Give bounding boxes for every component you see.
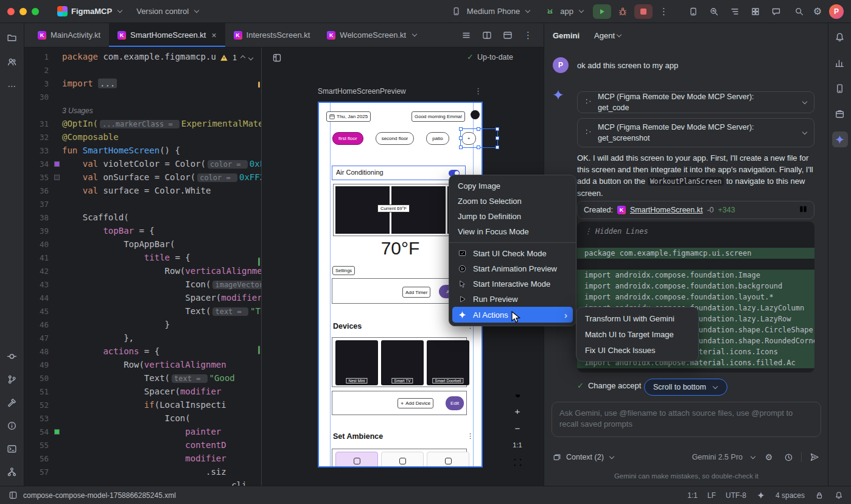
code-line[interactable]: 48 actions = { xyxy=(24,345,261,358)
submenu-item[interactable]: Transform UI with Gemini xyxy=(576,310,698,326)
profiler-icon[interactable] xyxy=(832,55,848,71)
resource-box-icon[interactable] xyxy=(832,106,848,122)
menu-item[interactable]: Jump to Definition xyxy=(449,209,576,224)
menu-item[interactable]: View in Focus Mode xyxy=(449,224,576,239)
floor-chip[interactable]: second floor xyxy=(376,132,415,145)
statusbar-file[interactable]: compose-compose-model-1758866285245.xml xyxy=(23,491,176,500)
code-editor[interactable]: 1package com.example.figmamcp.u23import … xyxy=(24,47,262,486)
component-selection-box[interactable] xyxy=(460,128,498,148)
code-line[interactable]: 32@Composable xyxy=(24,130,261,144)
more-vertical-icon[interactable]: ⋮ xyxy=(474,86,483,96)
editor-tab[interactable]: KMainActivity.kt xyxy=(29,23,109,47)
terminal-icon[interactable] xyxy=(4,441,20,457)
zoom-window-button[interactable] xyxy=(32,8,39,15)
layout-icon[interactable] xyxy=(501,29,514,42)
bell-icon[interactable] xyxy=(832,29,848,45)
menu-item[interactable]: Start Animation Preview xyxy=(449,261,576,276)
ambience-card[interactable] xyxy=(427,452,469,467)
run-button[interactable] xyxy=(593,4,611,19)
close-tab-icon[interactable]: × xyxy=(211,30,216,40)
code-line[interactable]: 57 .siz xyxy=(24,465,261,478)
code-line[interactable]: 54 painter xyxy=(24,425,261,438)
menu-item[interactable]: Copy Image xyxy=(449,178,576,194)
add-timer-button[interactable]: Add Timer xyxy=(402,287,430,298)
plugins-icon[interactable] xyxy=(749,5,762,18)
tab-gemini[interactable]: Gemini xyxy=(553,31,580,40)
zoom-ratio-button[interactable]: 1:1 xyxy=(510,438,525,452)
add-device-button[interactable]: + Add Device xyxy=(397,398,433,408)
run-config-selector[interactable]: app xyxy=(539,3,588,20)
selection-handle[interactable] xyxy=(496,136,499,140)
project-widget[interactable]: FigmaMCP xyxy=(54,4,127,18)
code-line[interactable]: 42 Row(verticalAlignmen xyxy=(24,264,261,278)
zoom-out-icon[interactable]: − xyxy=(510,421,525,435)
selection-handle[interactable] xyxy=(459,145,463,149)
selection-handle[interactable] xyxy=(459,136,463,140)
code-line[interactable]: 3 Usages xyxy=(24,103,261,117)
toolwindows-icon[interactable] xyxy=(7,489,18,502)
selection-handle[interactable] xyxy=(496,145,499,149)
more-vertical-icon[interactable]: ⋮ xyxy=(522,29,535,42)
code-line[interactable]: 53 Icon( xyxy=(24,411,261,425)
code-line[interactable]: 56 modifier xyxy=(24,452,261,465)
diff-icon[interactable] xyxy=(799,205,808,215)
problems-icon[interactable] xyxy=(4,418,20,433)
settings-chip[interactable]: Settings xyxy=(332,266,355,275)
more-vertical-icon[interactable]: ⋮ xyxy=(467,433,474,439)
model-selector[interactable]: Gemini 2.5 Pro xyxy=(692,453,743,461)
code-line[interactable]: 55 contentD xyxy=(24,438,261,452)
settings-gear-icon[interactable]: ⚙ xyxy=(811,5,824,18)
code-line[interactable]: 41 title = { xyxy=(24,251,261,264)
code-line[interactable]: 40 TopAppBar( xyxy=(24,237,261,251)
tool-call-card[interactable]: MCP (Figma Remote Dev Mode MCP Server): … xyxy=(577,91,814,113)
submenu-item[interactable]: Fix UI Check Issues xyxy=(576,342,698,358)
color-preview-chip[interactable] xyxy=(54,429,60,435)
code-line[interactable]: 44 Spacer(modifier xyxy=(24,291,261,304)
settings-gear-icon[interactable]: ⚙ xyxy=(762,450,776,464)
zoom-in-icon[interactable]: + xyxy=(510,404,525,418)
code-line[interactable]: 49 Row(verticalAlignmen xyxy=(24,358,261,371)
code-line[interactable]: 31@OptIn(...markerClass = ExperimentalMa… xyxy=(24,117,261,130)
project-folder-icon[interactable] xyxy=(4,29,20,45)
fit-screen-icon[interactable] xyxy=(510,455,525,469)
selection-handle[interactable] xyxy=(459,127,463,131)
chevron-down-icon[interactable] xyxy=(802,129,807,134)
clock-icon[interactable] xyxy=(782,450,795,464)
ambience-card[interactable] xyxy=(381,452,424,467)
edit-button[interactable]: Edit xyxy=(446,396,464,410)
code-line[interactable]: 33fun SmartHomeScreen() { xyxy=(24,144,261,157)
code-line[interactable]: 36 val surface = Color.White xyxy=(24,184,261,197)
file-encoding[interactable]: UTF-8 xyxy=(726,491,746,500)
more-actions-button[interactable]: ⋮ xyxy=(657,5,671,18)
next-issue-icon[interactable] xyxy=(248,55,253,60)
bell-icon[interactable] xyxy=(834,489,844,502)
context-chip[interactable]: Context (2) xyxy=(566,453,604,461)
profile-avatar[interactable] xyxy=(471,110,480,119)
device-manager-icon[interactable] xyxy=(687,5,700,18)
code-line[interactable]: 37 xyxy=(24,197,261,211)
debug-icon[interactable] xyxy=(616,5,629,18)
gemini-input[interactable] xyxy=(552,402,821,437)
feedback-icon[interactable] xyxy=(769,5,783,18)
menu-item[interactable]: Start Interactive Mode xyxy=(449,276,576,292)
branch-icon[interactable] xyxy=(4,371,20,387)
code-line[interactable]: 50 Text(text = "Good xyxy=(24,371,261,385)
code-line[interactable]: 46 } xyxy=(24,318,261,331)
chevron-down-icon[interactable] xyxy=(412,32,417,37)
minimize-window-button[interactable] xyxy=(19,8,27,15)
color-preview-chip[interactable] xyxy=(54,175,60,180)
submenu-item[interactable]: Match UI to Target Image xyxy=(576,326,698,342)
code-line[interactable]: 34 val violetColor = Color(color = 0xFFB xyxy=(24,157,261,170)
code-line[interactable]: 52 if(LocalInspecti xyxy=(24,398,261,411)
chevron-down-icon[interactable] xyxy=(802,99,807,103)
device-selector[interactable]: Medium Phone xyxy=(446,3,534,20)
scroll-to-bottom-button[interactable]: Scroll to bottom xyxy=(644,379,727,396)
ai-spark-icon[interactable] xyxy=(756,489,766,502)
split-editor-icon[interactable] xyxy=(480,29,494,42)
menu-item[interactable]: Run Preview xyxy=(449,292,576,307)
code-line[interactable]: 2 xyxy=(24,63,261,77)
tool-call-card[interactable]: MCP (Figma Remote Dev Mode MCP Server): … xyxy=(577,118,814,147)
structure-icon[interactable] xyxy=(728,5,741,18)
gemini-spark-icon[interactable] xyxy=(832,131,848,147)
device-card[interactable]: Smart Doorbell xyxy=(427,340,469,385)
